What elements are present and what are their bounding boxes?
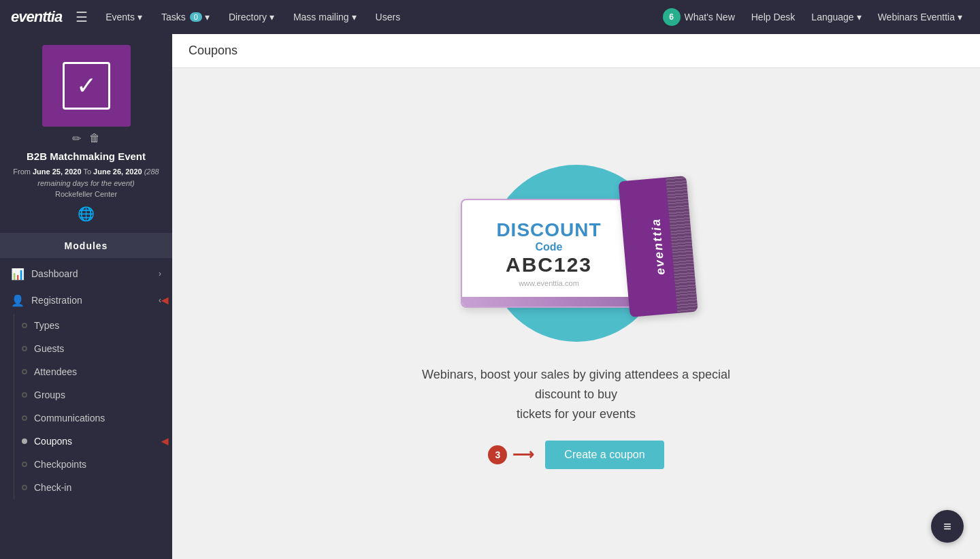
dashboard-icon: 📊 xyxy=(11,268,24,281)
bullet-dot xyxy=(22,392,27,398)
coupon-card: DISCOUNT Code ABC123 www.eventtia.com xyxy=(461,199,638,308)
chevron-right-icon: › xyxy=(159,269,161,278)
sidebar: ✓ ✏ 🗑 B2B Matchmaking Event From June 25… xyxy=(0,34,172,559)
sidebar-item-label: Communications xyxy=(34,413,105,424)
annotation-3-arrow: ⟶ xyxy=(512,446,534,464)
sidebar-item-registration[interactable]: 👤 Registration ‹ xyxy=(0,287,172,314)
edit-event-icon[interactable]: ✏ xyxy=(72,132,81,145)
nav-events[interactable]: Events ▾ xyxy=(99,7,149,27)
event-actions: ✏ 🗑 xyxy=(72,132,100,145)
modules-label: Modules xyxy=(0,234,172,258)
webinars-btn[interactable]: Webinars Eventtia ▾ xyxy=(871,7,969,27)
sidebar-item-attendees[interactable]: Attendees xyxy=(0,360,172,383)
globe-icon[interactable]: 🌐 xyxy=(78,206,95,222)
coupon-website: www.eventtia.com xyxy=(519,279,579,287)
annotation-3-circle: 3 xyxy=(488,445,507,464)
barcode-lines xyxy=(666,176,698,313)
sidebar-item-communications[interactable]: Communications xyxy=(0,406,172,430)
app-logo: eventtia xyxy=(11,8,62,26)
coupons-main: DISCOUNT Code ABC123 www.eventtia.com ev… xyxy=(172,68,980,559)
sidebar-item-label: Types xyxy=(34,320,59,331)
topnav-right-section: 6 What's New Help Desk Language ▾ Webina… xyxy=(656,4,970,30)
language-btn[interactable]: Language ▾ xyxy=(804,7,868,27)
bullet-dot xyxy=(22,462,27,467)
delete-event-icon[interactable]: 🗑 xyxy=(89,132,100,145)
sidebar-event-header: ✓ ✏ 🗑 B2B Matchmaking Event From June 25… xyxy=(0,34,172,234)
sidebar-item-types[interactable]: Types xyxy=(0,314,172,337)
sidebar-item-guests[interactable]: Guests xyxy=(0,337,172,360)
sidebar-item-coupons[interactable]: Coupons xyxy=(0,430,172,453)
bullet-dot xyxy=(22,485,27,490)
help-desk-btn[interactable]: Help Desk xyxy=(745,7,802,27)
chevron-down-icon: ▾ xyxy=(958,12,962,22)
whats-new-btn[interactable]: 6 What's New xyxy=(656,4,742,30)
coupon-code-value: ABC123 xyxy=(506,253,592,276)
nav-tasks[interactable]: Tasks 0 ▾ xyxy=(154,7,216,27)
sidebar-item-label: Registration xyxy=(31,295,82,306)
user-avatar: 6 xyxy=(663,8,681,26)
bullet-dot xyxy=(22,369,27,374)
chevron-down-icon: ▾ xyxy=(857,12,862,22)
event-dates: From June 25, 2020 To June 26, 2020 (288… xyxy=(11,166,161,200)
nav-users[interactable]: Users xyxy=(369,7,408,27)
hamburger-icon[interactable]: ☰ xyxy=(76,9,88,25)
coupons-tagline: Webinars, boost your sales by giving att… xyxy=(406,365,747,424)
bullet-dot xyxy=(22,323,27,328)
sidebar-item-checkpoints[interactable]: Checkpoints xyxy=(0,453,172,476)
sidebar-item-label: Guests xyxy=(34,343,64,354)
chevron-down-icon: ▾ xyxy=(205,12,210,22)
sidebar-item-label: Check-in xyxy=(34,482,71,493)
ticket-brand-text: eventtia xyxy=(648,218,667,276)
sidebar-item-label: Dashboard xyxy=(31,268,78,279)
event-name: B2B Matchmaking Event xyxy=(27,150,146,162)
sidebar-navigation: 📊 Dashboard › 👤 Registration ‹ 1 ◄ xyxy=(0,258,172,560)
page-header: Coupons xyxy=(172,34,980,68)
main-layout: ✓ ✏ 🗑 B2B Matchmaking Event From June 25… xyxy=(0,34,980,559)
nav-mass-mailing[interactable]: Mass mailing ▾ xyxy=(287,7,363,27)
create-coupon-row: 3 ⟶ Create a coupon xyxy=(488,441,664,469)
chat-bubble-button[interactable]: ≡ xyxy=(931,510,964,543)
sidebar-item-groups[interactable]: Groups xyxy=(0,383,172,406)
sidebar-item-dashboard[interactable]: 📊 Dashboard › xyxy=(0,261,172,287)
purple-ticket: eventtia xyxy=(618,176,698,317)
chevron-down-icon2: ‹ xyxy=(159,296,161,305)
bullet-dot xyxy=(22,346,27,351)
sidebar-item-label: Groups xyxy=(34,389,65,400)
coupons-row: Coupons ◄ 2 xyxy=(0,430,172,453)
registration-row: 👤 Registration ‹ 1 ◄ xyxy=(0,287,172,314)
coupon-barcode-strip xyxy=(462,297,636,306)
sidebar-item-checkin[interactable]: Check-in xyxy=(0,476,172,499)
sidebar-item-label: Attendees xyxy=(34,366,77,377)
sidebar-item-label: Coupons xyxy=(34,436,72,447)
bullet-dot xyxy=(22,415,27,421)
chevron-down-icon: ▾ xyxy=(352,12,357,22)
chat-icon: ≡ xyxy=(943,519,951,534)
coupon-code-label: Code xyxy=(536,241,563,253)
chevron-down-icon: ▾ xyxy=(137,12,142,22)
bullet-dot-active xyxy=(22,438,27,444)
annotation-3-group: 3 ⟶ xyxy=(488,445,534,464)
coupon-discount-text: DISCOUNT xyxy=(496,220,601,241)
top-navigation: eventtia ☰ Events ▾ Tasks 0 ▾ Directory … xyxy=(0,0,980,34)
page-content: Coupons DISCOUNT Code ABC123 www.eventti… xyxy=(172,34,980,559)
chevron-down-icon: ▾ xyxy=(270,12,274,22)
nav-directory[interactable]: Directory ▾ xyxy=(222,7,281,27)
event-logo-inner: ✓ xyxy=(63,62,110,110)
sidebar-item-label: Checkpoints xyxy=(34,459,86,470)
event-logo: ✓ xyxy=(42,45,131,127)
tasks-badge: 0 xyxy=(190,12,202,22)
coupon-illustration: DISCOUNT Code ABC123 www.eventtia.com ev… xyxy=(434,158,719,349)
checkmark-icon: ✓ xyxy=(76,71,97,100)
create-coupon-button[interactable]: Create a coupon xyxy=(545,441,664,469)
page-title: Coupons xyxy=(189,44,238,57)
registration-icon: 👤 xyxy=(11,294,24,307)
